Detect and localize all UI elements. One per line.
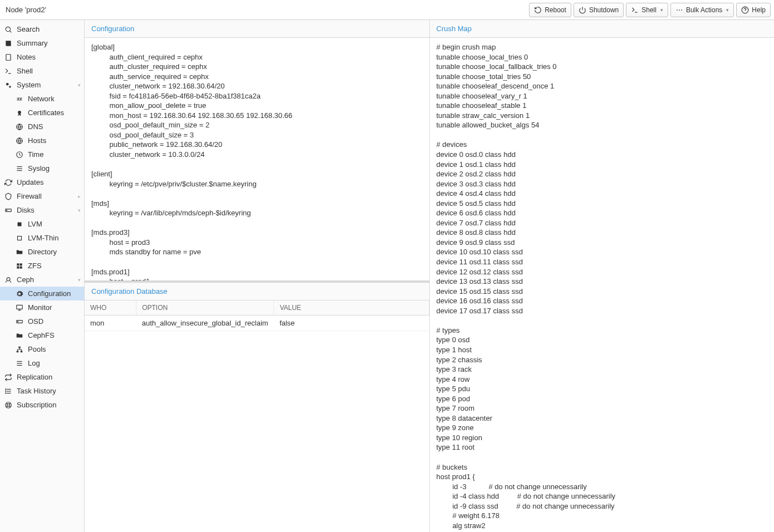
- sidebar-label: Log: [28, 359, 40, 367]
- col-option[interactable]: OPTION: [136, 301, 274, 316]
- gear-icon: [16, 290, 23, 298]
- cell-option: auth_allow_insecure_global_id_reclaim: [136, 316, 274, 331]
- sidebar-item-pools[interactable]: Pools: [0, 342, 84, 356]
- sidebar-label: ZFS: [28, 262, 42, 270]
- sidebar-label: Updates: [17, 178, 43, 186]
- sidebar-label: Replication: [17, 373, 52, 381]
- chevron-right-icon: ▸: [78, 194, 81, 199]
- menu-icon: [675, 6, 683, 14]
- sidebar-label: Monitor: [28, 303, 52, 312]
- refresh-icon: [4, 179, 12, 186]
- sidebar-item-monitor[interactable]: Monitor: [0, 301, 84, 314]
- configuration-text[interactable]: [global] auth_client_required = cephx au…: [85, 38, 429, 283]
- svg-point-33: [18, 321, 18, 322]
- svg-line-49: [9, 402, 11, 403]
- sidebar-label: OSD: [28, 317, 43, 326]
- configdb-table: WHO OPTION VALUE mon auth_allow_insecure…: [85, 301, 429, 331]
- svg-rect-25: [20, 263, 22, 265]
- sidebar-item-hosts[interactable]: Hosts: [0, 134, 84, 147]
- sidebar-item-zfs[interactable]: ZFS: [0, 259, 84, 273]
- square-outline-icon: [16, 234, 23, 242]
- svg-point-28: [7, 277, 10, 280]
- sidebar-item-updates[interactable]: Updates: [0, 175, 84, 189]
- svg-rect-26: [17, 266, 19, 268]
- sidebar: Search Summary Notes Shell System▾ Netwo…: [0, 20, 85, 532]
- svg-point-13: [18, 110, 21, 114]
- list-icon: [16, 165, 23, 173]
- sidebar-label: System: [17, 81, 41, 89]
- sidebar-label: Search: [17, 25, 40, 33]
- sidebar-label: Summary: [17, 39, 48, 47]
- sidebar-label: Certificates: [28, 109, 64, 117]
- col-who[interactable]: WHO: [85, 301, 136, 316]
- sidebar-label: CephFS: [28, 331, 55, 339]
- table-row[interactable]: mon auth_allow_insecure_global_id_reclai…: [85, 316, 429, 331]
- svg-point-11: [6, 82, 9, 85]
- sidebar-label: DNS: [28, 122, 43, 131]
- panel-title-crushmap: Crush Map: [430, 20, 775, 38]
- sidebar-item-configuration[interactable]: Configuration: [0, 287, 84, 301]
- sidebar-label: Network: [28, 95, 55, 103]
- network-icon: [16, 95, 23, 103]
- reboot-icon: [534, 6, 542, 14]
- help-label: Help: [752, 6, 766, 14]
- terminal-icon: [631, 6, 639, 14]
- sidebar-item-lvmthin[interactable]: LVM-Thin: [0, 231, 84, 245]
- folder-icon: [16, 332, 23, 339]
- svg-point-2: [677, 9, 678, 11]
- sidebar-item-shell[interactable]: Shell: [0, 64, 84, 78]
- sidebar-label: Disks: [17, 206, 35, 214]
- sidebar-item-dns[interactable]: DNS: [0, 120, 84, 134]
- gears-icon: [4, 81, 12, 89]
- sidebar-item-syslog[interactable]: Syslog: [0, 161, 84, 175]
- page-title: Node 'prod2': [3, 6, 529, 14]
- chevron-down-icon: ▾: [78, 82, 81, 88]
- svg-point-7: [6, 27, 10, 31]
- sidebar-label: Pools: [28, 345, 46, 353]
- sidebar-item-time[interactable]: Time: [0, 147, 84, 161]
- globe-icon: [16, 123, 23, 131]
- sidebar-item-osd[interactable]: OSD: [0, 314, 84, 328]
- terminal-icon: [4, 67, 12, 75]
- sidebar-item-ceph[interactable]: Ceph▾: [0, 273, 84, 287]
- sidebar-item-cephfs[interactable]: CephFS: [0, 328, 84, 342]
- chevron-down-icon: ▾: [78, 208, 81, 213]
- svg-point-12: [9, 86, 11, 88]
- reboot-button[interactable]: Reboot: [529, 3, 571, 17]
- bulk-actions-button[interactable]: Bulk Actions ▾: [670, 3, 734, 17]
- svg-line-50: [6, 406, 7, 407]
- bulk-label: Bulk Actions: [686, 6, 722, 14]
- sidebar-item-lvm[interactable]: LVM: [0, 217, 84, 231]
- shutdown-button[interactable]: Shutdown: [574, 3, 624, 17]
- sidebar-item-taskhistory[interactable]: Task History: [0, 384, 84, 398]
- svg-rect-22: [18, 222, 22, 226]
- search-icon: [4, 26, 12, 33]
- col-value[interactable]: VALUE: [274, 301, 429, 316]
- svg-point-21: [7, 210, 7, 210]
- help-icon: [741, 6, 749, 14]
- help-button[interactable]: Help: [736, 3, 771, 17]
- sidebar-item-notes[interactable]: Notes: [0, 50, 84, 64]
- sidebar-item-directory[interactable]: Directory: [0, 245, 84, 259]
- sidebar-item-network[interactable]: Network: [0, 92, 84, 106]
- sidebar-label: Task History: [17, 387, 56, 395]
- sidebar-item-firewall[interactable]: Firewall▸: [0, 189, 84, 203]
- sidebar-label: LVM-Thin: [28, 234, 58, 242]
- sidebar-label: Ceph: [17, 275, 34, 284]
- sidebar-item-replication[interactable]: Replication: [0, 370, 84, 384]
- sidebar-item-system[interactable]: System▾: [0, 78, 84, 92]
- book-icon: [4, 40, 12, 47]
- shell-button[interactable]: Shell ▾: [626, 3, 668, 17]
- sidebar-item-search[interactable]: Search: [0, 22, 84, 36]
- topbar-buttons: Reboot Shutdown Shell ▾ Bulk Actions ▾ H…: [529, 3, 771, 17]
- folder-icon: [16, 248, 23, 256]
- sidebar-item-log[interactable]: Log: [0, 356, 84, 370]
- svg-rect-9: [6, 54, 11, 60]
- sidebar-item-disks[interactable]: Disks▾: [0, 203, 84, 217]
- sidebar-label: Hosts: [28, 136, 46, 145]
- sidebar-item-subscription[interactable]: Subscription: [0, 398, 84, 412]
- cell-value: false: [274, 316, 429, 331]
- crushmap-text[interactable]: # begin crush map tunable choose_local_t…: [430, 38, 775, 532]
- sidebar-item-certificates[interactable]: Certificates: [0, 106, 84, 120]
- sidebar-item-summary[interactable]: Summary: [0, 36, 84, 50]
